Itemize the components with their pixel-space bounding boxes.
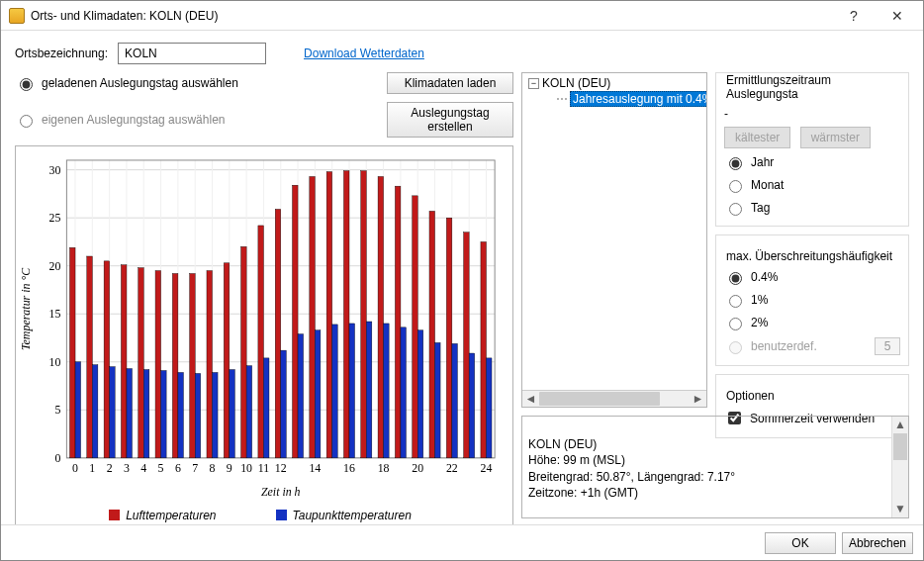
chart: 0510152025300123456789101112141618202224… [15, 145, 513, 524]
svg-rect-86 [110, 367, 116, 458]
svg-rect-89 [161, 371, 167, 458]
svg-rect-65 [172, 273, 178, 457]
create-day-button[interactable]: Auslegungstag erstellen [387, 102, 513, 138]
radio-month[interactable]: Monat [724, 177, 900, 193]
svg-rect-60 [87, 256, 93, 458]
svg-rect-104 [417, 330, 423, 458]
svg-text:14: 14 [309, 461, 321, 475]
info-textbox[interactable]: KOLN (DEU) Höhe: 99 m (MSL) Breitengrad:… [521, 416, 909, 518]
svg-rect-100 [349, 324, 355, 458]
svg-text:10: 10 [49, 355, 61, 369]
svg-rect-94 [246, 366, 252, 458]
svg-rect-103 [401, 327, 407, 458]
close-button[interactable]: ✕ [876, 2, 919, 30]
location-input[interactable] [118, 43, 266, 64]
svg-text:9: 9 [227, 461, 232, 475]
svg-rect-72 [293, 185, 299, 458]
radio-loaded-day-input[interactable] [20, 78, 33, 91]
tree-panel: − KOLN (DEU) ⋯ Jahresauslegung mit 0.4% … [521, 72, 707, 408]
scroll-down-icon[interactable]: ▼ [892, 501, 908, 517]
svg-text:12: 12 [275, 461, 287, 475]
tree-root-node[interactable]: − KOLN (DEU) [526, 75, 706, 91]
svg-text:6: 6 [175, 461, 181, 475]
frequency-group: max. Überschreitungshäufigkeit 0.4% 1% 2… [715, 234, 909, 366]
chart-svg: 0510152025300123456789101112141618202224… [16, 146, 505, 502]
svg-text:Temperatur in °C: Temperatur in °C [19, 267, 33, 350]
svg-text:24: 24 [481, 461, 493, 475]
svg-rect-59 [69, 247, 75, 458]
coldest-button: kältester [724, 127, 790, 148]
svg-rect-87 [127, 369, 133, 458]
svg-rect-107 [469, 353, 475, 458]
svg-rect-67 [207, 271, 213, 458]
radio-day[interactable]: Tag [724, 200, 900, 216]
svg-text:5: 5 [55, 403, 61, 417]
svg-rect-84 [75, 362, 81, 458]
svg-rect-74 [326, 172, 332, 458]
radio-own-day-input[interactable] [20, 115, 33, 128]
radio-loaded-day[interactable]: geladenen Auslegungstag auswählen [15, 75, 238, 91]
dialog-window: Orts- und Klimadaten: KOLN (DEU) ? ✕ Ort… [0, 0, 924, 561]
svg-rect-93 [230, 370, 235, 458]
radio-own-day[interactable]: eigenen Auslegungstag auswählen [15, 112, 225, 128]
svg-rect-80 [429, 211, 435, 457]
svg-rect-64 [155, 271, 161, 458]
svg-text:20: 20 [412, 461, 423, 475]
tree-h-scrollbar[interactable]: ◄ ► [522, 390, 706, 407]
svg-text:0: 0 [55, 451, 61, 465]
svg-rect-96 [281, 350, 287, 458]
svg-text:7: 7 [192, 461, 198, 475]
window-title: Orts- und Klimadaten: KOLN (DEU) [31, 9, 832, 23]
scroll-right-icon[interactable]: ► [690, 391, 706, 407]
app-icon [9, 8, 25, 24]
svg-rect-63 [139, 268, 144, 458]
svg-rect-83 [481, 241, 487, 457]
svg-rect-88 [143, 370, 149, 458]
svg-rect-92 [213, 372, 219, 457]
info-v-scrollbar[interactable]: ▲ ▼ [891, 417, 908, 517]
svg-rect-99 [332, 325, 338, 458]
svg-rect-91 [195, 373, 201, 457]
svg-text:20: 20 [49, 259, 61, 273]
radio-userdef: benutzerdef. [724, 337, 900, 355]
svg-text:5: 5 [158, 461, 164, 475]
userdef-value [875, 337, 900, 355]
help-button[interactable]: ? [832, 2, 876, 30]
svg-text:22: 22 [446, 461, 458, 475]
svg-text:16: 16 [343, 461, 355, 475]
ok-button[interactable]: OK [765, 532, 836, 554]
svg-text:2: 2 [107, 461, 113, 475]
svg-rect-95 [263, 358, 269, 458]
svg-rect-71 [275, 209, 281, 457]
radio-1[interactable]: 1% [724, 292, 900, 308]
tree-child-node[interactable]: ⋯ Jahresauslegung mit 0.4% (wär [556, 91, 706, 107]
load-climate-button[interactable]: Klimadaten laden [387, 72, 513, 94]
radio-2[interactable]: 2% [724, 315, 900, 330]
svg-rect-106 [452, 343, 458, 458]
svg-rect-82 [464, 233, 470, 458]
svg-rect-102 [384, 324, 390, 458]
svg-rect-85 [92, 365, 98, 458]
radio-04[interactable]: 0.4% [724, 269, 900, 285]
scroll-left-icon[interactable]: ◄ [522, 391, 539, 407]
svg-text:1: 1 [89, 461, 95, 475]
svg-rect-75 [343, 171, 349, 458]
svg-rect-105 [435, 342, 441, 457]
svg-rect-78 [395, 186, 401, 458]
svg-rect-98 [315, 330, 321, 458]
svg-text:8: 8 [210, 461, 216, 475]
svg-text:0: 0 [72, 461, 78, 475]
radio-year[interactable]: Jahr [724, 154, 900, 170]
svg-rect-81 [446, 218, 452, 458]
svg-rect-73 [310, 176, 316, 457]
titlebar: Orts- und Klimadaten: KOLN (DEU) ? ✕ [1, 1, 923, 31]
cancel-button[interactable]: Abbrechen [842, 532, 913, 554]
svg-rect-90 [178, 372, 184, 457]
scroll-up-icon[interactable]: ▲ [892, 417, 908, 433]
svg-rect-66 [190, 273, 196, 457]
tree-collapse-icon[interactable]: − [528, 78, 539, 89]
svg-text:11: 11 [258, 461, 269, 475]
download-link[interactable]: Download Wetterdaten [304, 47, 424, 60]
svg-rect-70 [258, 226, 264, 458]
svg-text:3: 3 [124, 461, 130, 475]
